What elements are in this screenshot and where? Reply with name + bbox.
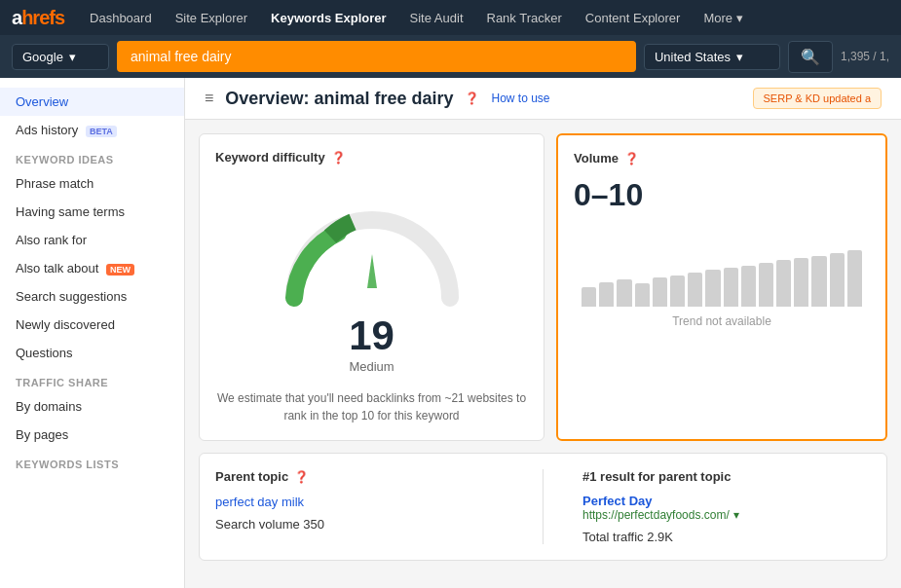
sidebar-item-also-talk[interactable]: Also talk about NEW	[0, 254, 184, 282]
sidebar-item-also-rank[interactable]: Also rank for	[0, 226, 184, 254]
page-help-icon[interactable]: ❓	[465, 92, 479, 105]
url-chevron-icon: ▾	[733, 508, 739, 522]
sidebar-section-keywords-lists: Keywords lists	[0, 449, 184, 474]
bar-3	[617, 279, 631, 307]
country-chevron-icon: ▾	[736, 50, 743, 64]
bar-4	[635, 283, 650, 307]
results-counter: 1,395 / 1,	[841, 50, 889, 63]
sidebar-item-by-pages[interactable]: By pages	[0, 421, 184, 449]
bar-15	[830, 253, 845, 307]
sidebar-item-phrase-match[interactable]: Phrase match	[0, 169, 184, 198]
nav-keywords-explorer[interactable]: Keywords Explorer	[261, 5, 396, 31]
volume-bar-chart	[574, 229, 870, 307]
nav-more[interactable]: More ▾	[694, 5, 753, 31]
sidebar-item-overview[interactable]: Overview	[0, 88, 184, 116]
total-traffic-stat: Total traffic 2.9K	[582, 530, 871, 544]
gauge-chart	[275, 196, 469, 312]
sidebar-item-questions[interactable]: Questions	[0, 339, 184, 367]
hamburger-icon[interactable]: ≡	[205, 90, 213, 107]
page-header: ≡ Overview: animal free dairy ❓ How to u…	[185, 78, 901, 120]
search-volume-stat: Search volume 350	[215, 517, 504, 532]
top-navigation: ahrefs Dashboard Site Explorer Keywords …	[0, 0, 901, 35]
volume-card: Volume ❓ 0–10	[556, 133, 887, 441]
bar-11	[759, 263, 773, 307]
page-title: Overview: animal free dairy	[225, 89, 453, 109]
parent-topic-section: Parent topic ❓ perfect day milk Search v…	[199, 453, 887, 561]
bar-13	[794, 258, 808, 307]
bar-8	[705, 270, 720, 307]
parent-topic-help-icon[interactable]: ❓	[294, 470, 309, 484]
parent-topic-left: Parent topic ❓ perfect day milk Search v…	[215, 469, 504, 544]
result-title-label: #1 result for parent topic	[582, 469, 871, 484]
main-layout: Overview Ads history BETA Keyword ideas …	[0, 78, 901, 588]
bar-16	[847, 250, 862, 307]
sidebar: Overview Ads history BETA Keyword ideas …	[0, 78, 185, 588]
nav-content-explorer[interactable]: Content Explorer	[576, 5, 691, 31]
volume-help-icon[interactable]: ❓	[624, 152, 639, 165]
result-url[interactable]: https://perfectdayfoods.com/ ▾	[582, 508, 871, 522]
main-content: ≡ Overview: animal free dairy ❓ How to u…	[185, 78, 901, 588]
sidebar-item-same-terms[interactable]: Having same terms	[0, 198, 184, 226]
bar-1	[582, 287, 596, 307]
engine-select[interactable]: Google ▾	[12, 44, 109, 70]
search-input-wrap	[117, 41, 636, 72]
search-input[interactable]	[117, 41, 636, 72]
how-to-use-link[interactable]: How to use	[491, 92, 549, 105]
search-bar: Google ▾ United States ▾ 🔍 1,395 / 1,	[0, 35, 901, 78]
nav-site-audit[interactable]: Site Audit	[400, 5, 473, 31]
nav-dashboard[interactable]: Dashboard	[80, 5, 162, 31]
nav-site-explorer[interactable]: Site Explorer	[166, 5, 257, 31]
parent-topic-link[interactable]: perfect day milk	[215, 495, 304, 509]
sidebar-item-by-domains[interactable]: By domains	[0, 392, 184, 421]
search-button[interactable]: 🔍	[788, 41, 833, 73]
new-badge: NEW	[106, 264, 134, 276]
bar-10	[741, 266, 756, 307]
kd-note: We estimate that you'll need backlinks f…	[215, 389, 528, 424]
bar-9	[724, 268, 738, 307]
bar-7	[688, 273, 702, 307]
bar-5	[653, 277, 667, 307]
sidebar-section-traffic-share: Traffic share	[0, 367, 184, 392]
trend-label: Trend not available	[574, 314, 870, 328]
bar-12	[776, 260, 791, 307]
kd-card: Keyword difficulty ❓	[199, 133, 544, 441]
volume-range: 0–10	[574, 177, 870, 213]
kd-help-icon[interactable]: ❓	[331, 151, 346, 165]
sidebar-item-search-suggestions[interactable]: Search suggestions	[0, 282, 184, 311]
sidebar-item-newly-discovered[interactable]: Newly discovered	[0, 311, 184, 339]
bar-6	[670, 276, 685, 307]
parent-topic-title: Parent topic ❓	[215, 469, 504, 484]
beta-badge: BETA	[86, 126, 117, 137]
engine-chevron-icon: ▾	[69, 50, 76, 64]
section-divider	[543, 469, 544, 544]
serp-badge: SERP & KD updated a	[753, 88, 882, 109]
country-select[interactable]: United States ▾	[644, 44, 780, 70]
bar-14	[811, 256, 826, 307]
cards-row: Keyword difficulty ❓	[185, 120, 901, 441]
chevron-down-icon: ▾	[736, 11, 743, 25]
kd-rating: Medium	[215, 359, 528, 374]
volume-card-label: Volume ❓	[574, 151, 870, 165]
kd-value: 19	[215, 312, 528, 359]
gauge-wrap	[215, 176, 528, 322]
bar-2	[599, 282, 614, 307]
parent-topic-right: #1 result for parent topic Perfect Day h…	[582, 469, 871, 544]
sidebar-item-ads-history[interactable]: Ads history BETA	[0, 116, 184, 144]
logo[interactable]: ahrefs	[12, 7, 64, 29]
kd-card-label: Keyword difficulty ❓	[215, 150, 528, 165]
result-name[interactable]: Perfect Day	[582, 494, 871, 508]
svg-marker-0	[367, 254, 377, 288]
sidebar-section-keyword-ideas: Keyword ideas	[0, 144, 184, 169]
nav-rank-tracker[interactable]: Rank Tracker	[477, 5, 572, 31]
